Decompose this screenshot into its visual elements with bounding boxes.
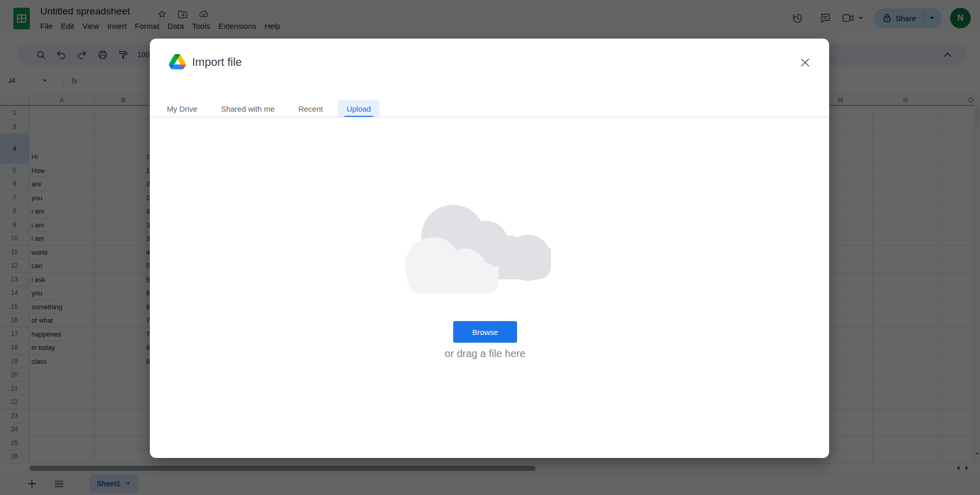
dialog-title: Import file: [192, 56, 242, 69]
tab-recent[interactable]: Recent: [289, 100, 332, 117]
google-sheets-app: Untitled spreadsheet FileEditViewInsertF…: [0, 0, 980, 495]
import-file-dialog: Import file My DriveShared with meRecent…: [150, 39, 829, 458]
drag-file-hint: or drag a file here: [382, 348, 588, 360]
tab-my-drive[interactable]: My Drive: [158, 100, 206, 117]
close-icon[interactable]: [796, 53, 814, 72]
tab-upload[interactable]: Upload: [338, 100, 380, 117]
browse-button[interactable]: Browse: [453, 321, 517, 343]
clouds-illustration: [399, 197, 574, 297]
tab-shared-with-me[interactable]: Shared with me: [212, 100, 283, 117]
dialog-tabs: My DriveShared with meRecentUpload: [158, 100, 380, 117]
google-drive-icon: [169, 54, 186, 69]
